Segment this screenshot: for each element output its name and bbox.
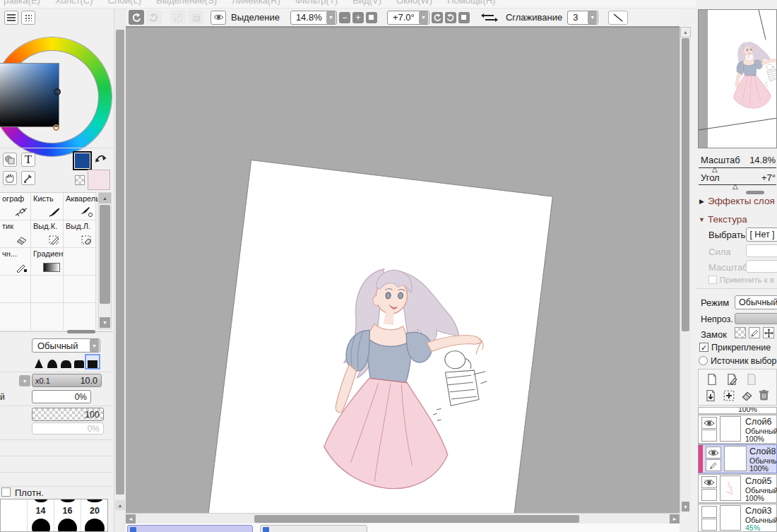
brush-shape-round[interactable] — [46, 355, 59, 368]
transparent-color-button[interactable] — [75, 175, 85, 185]
brush-mode-select[interactable]: Обычный ▼ — [32, 338, 100, 353]
menu-item-canvas[interactable]: Холст(C) — [55, 0, 93, 6]
brush-shape-spike[interactable] — [32, 355, 45, 368]
brush-shape-rounded-square[interactable] — [73, 355, 85, 368]
selection-visibility-button[interactable] — [210, 11, 226, 25]
delete-layer-button[interactable] — [758, 389, 770, 401]
palette-scroll-up[interactable]: ▲ — [115, 500, 125, 510]
layer-lock-indicator[interactable] — [701, 489, 717, 501]
deselect-button[interactable] — [170, 10, 186, 25]
swatches-list-button[interactable] — [4, 11, 18, 25]
size-cell[interactable] — [1, 500, 28, 532]
secondary-slider[interactable]: 0% — [32, 422, 104, 435]
canvas-viewport[interactable] — [126, 27, 680, 513]
layer-row-sloy8-selected[interactable]: Слой8 Обычнь 100% — [698, 444, 777, 473]
layer-lock-indicator[interactable] — [701, 430, 717, 442]
menu-item-filter[interactable]: Фильтр(T) — [295, 0, 338, 6]
layer-paint-indicator[interactable] — [706, 459, 721, 471]
brush-size-slider[interactable]: x0.1 10.0 — [32, 374, 102, 387]
zoom-reset-button[interactable] — [366, 12, 377, 23]
rotate-cw-button[interactable] — [445, 12, 456, 23]
clipping-checkbox[interactable]: ✓ — [699, 343, 708, 352]
menu-item-view[interactable]: Вид(V) — [352, 0, 381, 6]
canvas-scroll-left[interactable]: ◄ — [126, 514, 136, 524]
layer-row-partial[interactable]: 100% — [698, 407, 777, 414]
smoothing-select[interactable]: 3 ▼ — [567, 11, 598, 25]
texture-select-box[interactable]: [ Нет ] — [746, 227, 777, 242]
menu-item-selection[interactable]: Выделение(S) — [156, 0, 217, 6]
size-cell-20[interactable]: 20 — [81, 500, 108, 532]
canvas-hscrollbar[interactable]: ◄ ► — [126, 513, 680, 524]
left-panel-scrollbar[interactable]: ▲ — [114, 8, 126, 532]
document-tab-active[interactable] — [127, 525, 253, 532]
lock-pixels-button[interactable] — [749, 327, 760, 338]
brush-opacity-slider[interactable]: 100 — [32, 408, 104, 421]
rotate-reset-button[interactable] — [458, 12, 470, 23]
tool-gradient[interactable]: Градиент — [31, 248, 63, 275]
new-vector-layer-button[interactable] — [725, 373, 738, 386]
flip-horizontal-icon[interactable] — [481, 13, 498, 23]
primary-color-swatch[interactable] — [73, 151, 92, 170]
nav-scale-slider[interactable] — [699, 167, 776, 168]
panel-splitter-grip[interactable] — [67, 330, 95, 333]
canvas-scroll-up[interactable]: ▲ — [680, 27, 691, 37]
right-splitter-grip[interactable] — [746, 191, 764, 194]
line-tool-button[interactable] — [608, 11, 628, 25]
layer-mode-select[interactable]: Обычный — [735, 295, 777, 309]
zoom-in-button[interactable]: + — [352, 12, 364, 23]
min-size-slider[interactable]: 0% — [32, 390, 91, 403]
density-checkbox[interactable] — [1, 487, 11, 497]
tool-brush[interactable]: Кисть — [31, 193, 63, 220]
layer-row-sloy5[interactable]: Слой5 Обычный 100% — [698, 474, 777, 503]
zoom-dropdown-arrow[interactable]: ▼ — [326, 11, 336, 24]
brush-shape-square[interactable] — [86, 355, 99, 368]
canvas-paper[interactable] — [197, 160, 552, 513]
texture-scale-slider[interactable] — [746, 260, 777, 273]
texture-header[interactable]: Текстура — [708, 214, 747, 225]
smoothing-dropdown-arrow[interactable]: ▼ — [588, 11, 597, 24]
tool-grid-scroll-up[interactable]: ▲ — [99, 193, 111, 203]
zoom-select[interactable]: 14.8% ▼ — [290, 11, 337, 25]
zoom-out-button[interactable]: − — [339, 12, 350, 23]
menu-item-ruler[interactable]: Линейка(R) — [232, 0, 280, 6]
tool-pen[interactable]: чн... — [0, 248, 30, 275]
secondary-color-swatch[interactable] — [88, 170, 110, 190]
new-layer-button[interactable] — [706, 373, 718, 386]
redo-button[interactable] — [146, 10, 162, 25]
effects-expand-arrow[interactable]: ▶ — [699, 198, 704, 205]
texture-collapse-arrow[interactable]: ▼ — [699, 216, 705, 223]
size-cell-14[interactable]: 14 — [28, 500, 54, 532]
layer-visibility-toggle[interactable] — [701, 417, 717, 429]
layer-opacity-slider[interactable] — [735, 313, 777, 324]
merge-down-button[interactable] — [723, 389, 735, 402]
layer-visibility-toggle[interactable] — [701, 476, 717, 488]
text-tool[interactable]: T — [21, 153, 35, 167]
swap-colors-icon[interactable] — [95, 152, 107, 163]
lock-transparency-button[interactable] — [735, 327, 746, 338]
angle-dropdown-arrow[interactable]: ▼ — [419, 11, 428, 24]
menu-item-help[interactable]: Помощь(H) — [447, 0, 495, 6]
canvas-scroll-down[interactable]: ▼ — [682, 502, 689, 512]
tool-select-pen[interactable]: Выд.К. — [31, 220, 63, 247]
layer-row-sloy6[interactable]: Слой6 Обычный 100% — [698, 415, 777, 444]
selection-shape-tool[interactable] — [3, 153, 17, 167]
layer-lock-indicator[interactable] — [701, 519, 717, 531]
hand-tool[interactable] — [3, 171, 17, 185]
menu-item-layer[interactable]: Слой(L) — [107, 0, 141, 6]
swatches-grid-button[interactable] — [21, 11, 35, 25]
layer-effects-header[interactable]: Эффекты слоя — [708, 196, 775, 206]
eyedropper-tool[interactable] — [21, 171, 35, 185]
selection-source-radio[interactable] — [699, 356, 708, 365]
saturation-value-square[interactable] — [0, 63, 59, 127]
transfer-down-button[interactable] — [704, 389, 717, 402]
tool-eraser[interactable]: тик — [0, 220, 30, 247]
clear-layer-button[interactable] — [741, 389, 754, 402]
tool-select-eraser[interactable]: Выд.Л. — [64, 220, 95, 247]
texture-strength-slider[interactable] — [746, 244, 777, 257]
undo-button[interactable] — [129, 10, 144, 25]
nav-angle-marker[interactable]: △ — [732, 182, 738, 190]
layer-row-sloy3[interactable]: Слой3 Обычный 45% — [698, 504, 777, 532]
navigator-preview[interactable] — [698, 9, 777, 148]
rotate-ccw-button[interactable] — [432, 12, 443, 23]
canvas-vscrollbar[interactable]: ▲ ▼ — [680, 27, 691, 513]
